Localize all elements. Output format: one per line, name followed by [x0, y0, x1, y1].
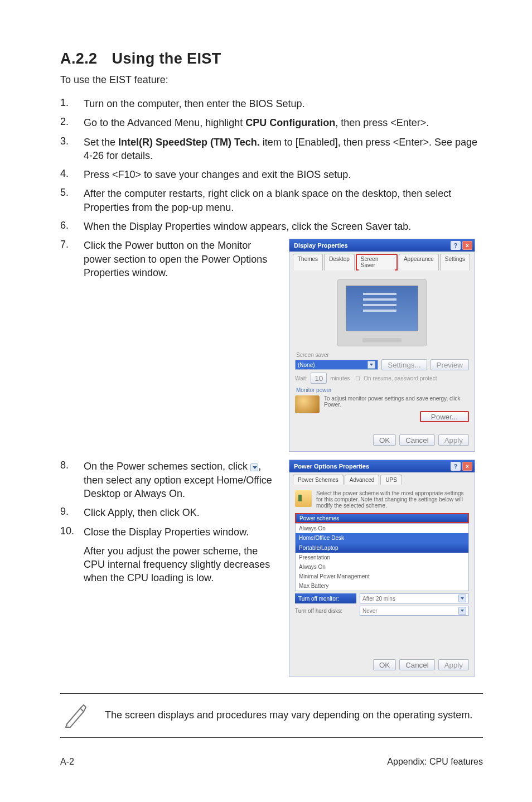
- ok-button[interactable]: OK: [373, 434, 396, 446]
- help-button[interactable]: ?: [451, 241, 461, 250]
- wait-minutes: minutes: [330, 375, 350, 381]
- heading-title: Using the EIST: [112, 50, 221, 67]
- power-options-window: Power Options Properties ? × Power Schem…: [289, 460, 475, 677]
- titlebar: Display Properties ? ×: [289, 239, 475, 252]
- step-num: 9.: [60, 506, 84, 519]
- tab-desktop[interactable]: Desktop: [324, 254, 355, 270]
- turn-off-hd-select[interactable]: Never: [360, 606, 469, 616]
- step-body: Click the Power button on the Monitor po…: [84, 239, 277, 279]
- tab-power-schemes[interactable]: Power Schemes: [293, 475, 344, 485]
- display-properties-window: Display Properties ? × Themes Desktop Sc…: [289, 239, 475, 452]
- power-blurb: Select the power scheme with the most ap…: [316, 490, 469, 509]
- tab-advanced[interactable]: Advanced: [345, 475, 379, 485]
- power-plug-icon: [295, 490, 312, 507]
- turn-off-hd-label: Turn off hard disks:: [295, 608, 356, 614]
- screen-saver-group-label: Screen saver: [296, 352, 469, 358]
- power-schemes-dropdown[interactable]: Always On Home/Office Desk Portable/Lapt…: [295, 523, 469, 591]
- titlebar: Power Options Properties ? ×: [289, 460, 475, 472]
- step-body: On the Power schemes section, click , th…: [84, 460, 277, 500]
- selected-saver: (None): [298, 362, 315, 368]
- tab-appearance[interactable]: Appearance: [399, 254, 439, 270]
- dropdown-arrow-icon: [250, 463, 258, 471]
- step-body: Set the Intel(R) SpeedStep (TM) Tech. it…: [84, 136, 483, 163]
- step-num: 10.: [60, 525, 84, 539]
- page-footer: A-2 Appendix: CPU features: [60, 757, 483, 767]
- monitor-power-text: To adjust monitor power settings and sav…: [324, 395, 469, 408]
- after-note: After you adjust the power scheme, the C…: [84, 544, 277, 585]
- power-schemes-label: Power schemes: [295, 513, 469, 523]
- tabs-bar: Themes Desktop Screen Saver Appearance S…: [289, 252, 475, 270]
- tabs-bar: Power Schemes Advanced UPS: [289, 472, 475, 485]
- resume-label: On resume, password protect: [364, 375, 437, 381]
- cancel-button[interactable]: Cancel: [399, 434, 435, 446]
- step-body: Close the Display Properties window.: [84, 525, 277, 539]
- chevron-down-icon: [367, 361, 375, 369]
- step-body: After the computer restarts, right click…: [84, 187, 483, 214]
- screen-saver-select[interactable]: (None): [295, 360, 378, 370]
- preview-button[interactable]: Preview: [431, 359, 469, 370]
- section-heading: A.2.2 Using the EIST: [60, 50, 483, 67]
- intro-text: To use the EIST feature:: [60, 74, 483, 86]
- settings-button[interactable]: Settings...: [381, 359, 427, 370]
- step-body: Press <F10> to save your changes and exi…: [84, 168, 483, 181]
- cancel-button[interactable]: Cancel: [399, 659, 435, 670]
- tab-screen-saver[interactable]: Screen Saver: [356, 254, 398, 270]
- apply-button[interactable]: Apply: [438, 434, 469, 446]
- power-button[interactable]: Power...: [420, 411, 469, 422]
- step-num: 6.: [60, 220, 84, 233]
- step-body: When the Display Properties window appea…: [84, 220, 483, 233]
- footer-right: Appendix: CPU features: [387, 757, 483, 767]
- close-button[interactable]: ×: [462, 462, 472, 471]
- scheme-option[interactable]: Always On: [296, 524, 468, 533]
- note-text: The screen displays and procedures may v…: [105, 709, 472, 722]
- step-num: 3.: [60, 136, 84, 163]
- scheme-option-selected[interactable]: Home/Office Desk: [296, 533, 468, 543]
- footer-left: A-2: [60, 757, 74, 767]
- heading-number: A.2.2: [60, 50, 98, 67]
- step-num: 7.: [60, 239, 84, 279]
- scheme-option[interactable]: Always On: [296, 562, 468, 572]
- chevron-down-icon: [458, 595, 466, 602]
- help-button[interactable]: ?: [451, 462, 461, 471]
- chevron-down-icon: [458, 607, 466, 615]
- tab-ups[interactable]: UPS: [380, 475, 402, 485]
- window-title: Display Properties: [294, 242, 348, 249]
- tab-themes[interactable]: Themes: [293, 254, 323, 270]
- step-num: 5.: [60, 187, 84, 214]
- turn-off-monitor-label: Turn off monitor:: [295, 593, 356, 603]
- step-body: Turn on the computer, then enter the BIO…: [84, 97, 483, 110]
- pencil-icon: [60, 699, 91, 731]
- tab-settings[interactable]: Settings: [440, 254, 470, 270]
- ok-button[interactable]: OK: [373, 659, 396, 670]
- monitor-power-icon: [295, 395, 320, 413]
- step-body: Go to the Advanced Menu, highlight CPU C…: [84, 116, 483, 129]
- note-callout: The screen displays and procedures may v…: [60, 693, 483, 738]
- steps-list: 1. Turn on the computer, then enter the …: [60, 97, 483, 233]
- wait-stepper[interactable]: 10: [311, 373, 327, 384]
- wait-label: Wait:: [295, 375, 307, 381]
- close-button[interactable]: ×: [462, 241, 472, 250]
- monitor-power-group-label: Monitor power: [296, 387, 469, 393]
- step-num: 2.: [60, 116, 84, 129]
- scheme-option[interactable]: Presentation: [296, 553, 468, 562]
- window-title: Power Options Properties: [294, 463, 369, 470]
- scheme-option[interactable]: Minimal Power Management: [296, 572, 468, 581]
- turn-off-monitor-select[interactable]: After 20 mins: [360, 593, 469, 603]
- apply-button[interactable]: Apply: [438, 659, 469, 670]
- monitor-preview: [337, 279, 427, 346]
- step-num: 8.: [60, 460, 84, 500]
- step-num: 1.: [60, 97, 84, 110]
- step-body: Click Apply, then click OK.: [84, 506, 277, 519]
- scheme-option[interactable]: Max Battery: [296, 581, 468, 591]
- step-num: 4.: [60, 168, 84, 181]
